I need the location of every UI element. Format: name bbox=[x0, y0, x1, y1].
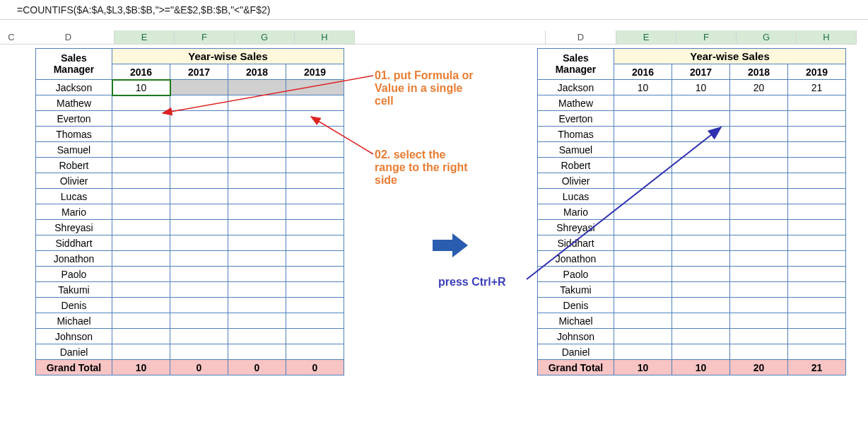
name-cell[interactable]: Jonathon bbox=[538, 251, 614, 267]
col-e[interactable]: E bbox=[115, 30, 175, 45]
value-cell[interactable] bbox=[730, 111, 788, 127]
value-cell[interactable] bbox=[112, 298, 170, 313]
value-cell[interactable] bbox=[228, 235, 286, 251]
name-cell[interactable]: Everton bbox=[538, 111, 614, 127]
value-cell[interactable] bbox=[614, 95, 672, 111]
value-cell[interactable] bbox=[170, 158, 228, 173]
value-cell[interactable] bbox=[672, 158, 730, 173]
value-cell[interactable] bbox=[614, 298, 672, 313]
name-cell[interactable]: Olivier bbox=[36, 173, 112, 189]
name-cell[interactable]: Paolo bbox=[36, 267, 112, 282]
value-cell[interactable] bbox=[672, 298, 730, 313]
name-cell[interactable]: Siddhart bbox=[36, 235, 112, 251]
value-cell[interactable] bbox=[286, 344, 344, 360]
value-cell[interactable] bbox=[228, 127, 286, 142]
value-cell[interactable] bbox=[730, 158, 788, 173]
gt-2017-r[interactable]: 10 bbox=[672, 360, 730, 375]
name-cell[interactable]: Takumi bbox=[538, 282, 614, 298]
value-cell[interactable] bbox=[286, 235, 344, 251]
value-cell[interactable] bbox=[672, 204, 730, 220]
value-cell[interactable] bbox=[788, 298, 846, 313]
value-cell[interactable] bbox=[286, 80, 344, 95]
col-f2[interactable]: F bbox=[676, 30, 737, 45]
name-cell[interactable]: Michael bbox=[36, 313, 112, 329]
value-cell[interactable] bbox=[112, 267, 170, 282]
value-cell[interactable] bbox=[228, 251, 286, 267]
col-f[interactable]: F bbox=[175, 30, 235, 45]
value-cell[interactable] bbox=[170, 282, 228, 298]
value-cell[interactable] bbox=[228, 344, 286, 360]
value-cell[interactable] bbox=[112, 142, 170, 158]
value-cell[interactable] bbox=[170, 189, 228, 204]
value-cell[interactable] bbox=[614, 220, 672, 235]
value-cell[interactable] bbox=[788, 158, 846, 173]
value-cell[interactable] bbox=[614, 267, 672, 282]
name-cell[interactable]: Jackson bbox=[538, 80, 614, 95]
value-cell[interactable] bbox=[228, 282, 286, 298]
value-cell[interactable] bbox=[228, 220, 286, 235]
name-cell[interactable]: Robert bbox=[36, 158, 112, 173]
year-2016-r[interactable]: 2016 bbox=[614, 64, 672, 80]
value-cell[interactable] bbox=[614, 235, 672, 251]
value-cell[interactable] bbox=[672, 173, 730, 189]
value-cell[interactable] bbox=[112, 235, 170, 251]
name-cell[interactable]: Denis bbox=[36, 298, 112, 313]
value-cell[interactable] bbox=[170, 235, 228, 251]
value-cell[interactable] bbox=[730, 267, 788, 282]
col-c[interactable]: C bbox=[0, 30, 23, 45]
name-cell[interactable]: Johnson bbox=[538, 329, 614, 344]
value-cell[interactable] bbox=[228, 158, 286, 173]
col-g[interactable]: G bbox=[235, 30, 295, 45]
value-cell[interactable] bbox=[614, 173, 672, 189]
value-cell[interactable] bbox=[788, 329, 846, 344]
value-cell[interactable] bbox=[672, 127, 730, 142]
value-cell[interactable] bbox=[788, 282, 846, 298]
value-cell[interactable] bbox=[730, 329, 788, 344]
year-2016[interactable]: 2016 bbox=[112, 64, 170, 80]
value-cell[interactable] bbox=[614, 158, 672, 173]
name-cell[interactable]: Robert bbox=[538, 158, 614, 173]
value-cell[interactable] bbox=[228, 95, 286, 111]
value-cell[interactable] bbox=[170, 80, 228, 95]
value-cell[interactable] bbox=[112, 251, 170, 267]
value-cell[interactable] bbox=[286, 111, 344, 127]
value-cell[interactable] bbox=[112, 204, 170, 220]
value-cell[interactable] bbox=[170, 95, 228, 111]
value-cell[interactable] bbox=[730, 313, 788, 329]
value-cell[interactable] bbox=[286, 158, 344, 173]
name-cell[interactable]: Daniel bbox=[538, 344, 614, 360]
value-cell[interactable]: 10 bbox=[112, 80, 170, 95]
value-cell[interactable] bbox=[730, 204, 788, 220]
value-cell[interactable] bbox=[614, 329, 672, 344]
gt-2019[interactable]: 0 bbox=[286, 360, 344, 375]
value-cell[interactable] bbox=[614, 189, 672, 204]
value-cell[interactable] bbox=[672, 251, 730, 267]
value-cell[interactable] bbox=[170, 251, 228, 267]
value-cell[interactable] bbox=[170, 344, 228, 360]
value-cell[interactable] bbox=[170, 111, 228, 127]
name-cell[interactable]: Paolo bbox=[538, 267, 614, 282]
value-cell[interactable] bbox=[286, 95, 344, 111]
value-cell[interactable] bbox=[788, 95, 846, 111]
col-d2[interactable]: D bbox=[546, 30, 616, 45]
value-cell[interactable] bbox=[672, 220, 730, 235]
col-e2[interactable]: E bbox=[616, 30, 676, 45]
value-cell[interactable] bbox=[286, 189, 344, 204]
value-cell[interactable] bbox=[788, 267, 846, 282]
value-cell[interactable] bbox=[228, 111, 286, 127]
value-cell[interactable] bbox=[730, 282, 788, 298]
value-cell[interactable] bbox=[730, 142, 788, 158]
value-cell[interactable] bbox=[286, 251, 344, 267]
value-cell[interactable] bbox=[286, 204, 344, 220]
name-cell[interactable]: Olivier bbox=[538, 173, 614, 189]
name-cell[interactable]: Shreyasi bbox=[36, 220, 112, 235]
value-cell[interactable] bbox=[286, 220, 344, 235]
gt-2017[interactable]: 0 bbox=[170, 360, 228, 375]
name-cell[interactable]: Lucas bbox=[36, 189, 112, 204]
name-cell[interactable]: Jackson bbox=[36, 80, 112, 95]
value-cell[interactable] bbox=[112, 220, 170, 235]
value-cell[interactable] bbox=[170, 220, 228, 235]
value-cell[interactable] bbox=[788, 127, 846, 142]
gt-2018-r[interactable]: 20 bbox=[730, 360, 788, 375]
value-cell[interactable] bbox=[672, 111, 730, 127]
